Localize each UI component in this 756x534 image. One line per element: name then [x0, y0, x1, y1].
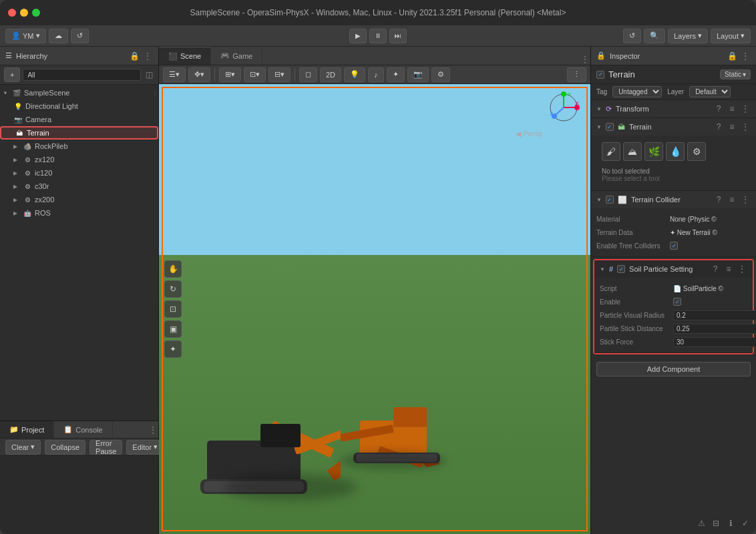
more-options-icon[interactable]: ⋮ [152, 89, 158, 97]
rotate-tool-btn[interactable]: ↻ [164, 280, 182, 298]
warning-icon[interactable]: ⚠ [696, 518, 707, 529]
component-terrain-header[interactable]: ▼ 🏔 Terrain ? ≡ ⋮ [591, 118, 756, 136]
pause-button[interactable]: ⏸ [369, 29, 387, 43]
particle-radius-input[interactable] [673, 310, 756, 320]
component-terrain-collider-header[interactable]: ▼ ⬜ Terrain Collider ? ≡ ⋮ [591, 191, 756, 208]
layers-dropdown[interactable]: Layers ▾ [668, 29, 708, 43]
filter-icon[interactable]: ⊟ [711, 518, 721, 529]
close-button[interactable] [8, 9, 16, 17]
more-icon[interactable]: ⋮ [740, 194, 751, 205]
add-hierarchy-button[interactable]: + [4, 67, 20, 82]
help-icon[interactable]: ? [710, 264, 721, 274]
help-icon[interactable]: ? [713, 194, 724, 205]
more-icon[interactable]: ⋮ [740, 103, 751, 114]
more-icon[interactable]: ⋮ [740, 121, 751, 132]
hierarchy-item-ros[interactable]: ▶ 🤖 ROS [0, 206, 158, 220]
settings-icon[interactable]: ≡ [727, 121, 737, 132]
scene-tool-rect[interactable]: ◻ [299, 67, 317, 82]
scene-tool-grid[interactable]: ⊞▾ [219, 67, 241, 82]
enable-checkbox[interactable] [673, 298, 681, 306]
layer-dropdown[interactable]: Default [689, 86, 731, 97]
tab-scene[interactable]: ⬛ Scene [159, 47, 211, 65]
hierarchy-item-samplescene[interactable]: ▼ 🎬 SampleScene ⋮ [0, 86, 158, 99]
inspector-lock-icon[interactable]: 🔒 [727, 51, 737, 61]
terrain-tool-paint[interactable]: 🖌 [602, 142, 620, 161]
info-icon[interactable]: ℹ [725, 518, 736, 529]
scene-camera-toggle[interactable]: 📷 [407, 67, 429, 82]
scene-2d-toggle[interactable]: 2D [320, 67, 341, 82]
maximize-button[interactable] [32, 9, 40, 17]
scene-tool-move[interactable]: ✥▾ [188, 67, 210, 82]
search-button[interactable]: 🔍 [644, 29, 665, 43]
help-icon[interactable]: ? [713, 121, 724, 132]
history-button[interactable]: ↺ [623, 29, 641, 43]
scene-view[interactable]: X Y Z ◀ Persp ✋ ↻ [159, 84, 590, 534]
settings-icon[interactable]: ≡ [723, 264, 734, 274]
help-icon[interactable]: ? [713, 103, 724, 114]
object-enabled-checkbox[interactable] [596, 71, 604, 79]
minimize-button[interactable] [20, 9, 28, 17]
scene-light-toggle[interactable]: 💡 [344, 67, 365, 82]
stick-force-input[interactable] [673, 337, 756, 347]
play-button[interactable]: ▶ [349, 29, 367, 43]
static-badge[interactable]: Static ▾ [720, 69, 751, 79]
clear-button[interactable]: Clear ▾ [5, 440, 41, 455]
scene-settings[interactable]: ⋮ [567, 67, 586, 82]
more-icon[interactable]: ⋮ [142, 51, 153, 61]
account-button[interactable]: 👤 YM ▾ [5, 29, 46, 43]
collapse-button[interactable]: Collapse [45, 440, 85, 455]
terrain-tool-tree[interactable]: 🌿 [644, 142, 663, 161]
soil-enabled-indicator[interactable] [617, 265, 625, 273]
check-icon[interactable]: ✓ [740, 518, 751, 529]
hierarchy-item-zx120[interactable]: ▶ ⚙ zx120 [0, 153, 158, 166]
prop-script: Script 📄 SoilParticle © [600, 282, 747, 295]
hierarchy-item-directional-light[interactable]: 💡 Directional Light [0, 99, 158, 113]
scene-panel-more[interactable]: ⋮ [580, 54, 590, 65]
hand-tool-btn[interactable]: ✋ [164, 260, 182, 278]
tab-project[interactable]: 📁 Project [0, 421, 54, 438]
component-soil-header[interactable]: ▼ # Soil Particle Setting ? ≡ ⋮ [594, 260, 753, 278]
tab-game[interactable]: 🎮 Game [211, 47, 262, 65]
step-button[interactable]: ⏭ [389, 29, 407, 43]
scale-tool-btn[interactable]: ⊡ [164, 300, 182, 318]
more-icon[interactable]: ⋮ [737, 264, 747, 274]
terrain-tool-detail[interactable]: 💧 [666, 142, 685, 161]
tab-console[interactable]: 📋 Console [54, 421, 112, 438]
scene-tool-hand[interactable]: ☰▾ [163, 67, 186, 82]
lock-icon[interactable]: 🔒 [129, 51, 140, 61]
hierarchy-item-c30r[interactable]: ▶ ⚙ c30r [0, 180, 158, 193]
stick-distance-input[interactable] [673, 324, 756, 334]
inspector-more-icon[interactable]: ⋮ [740, 51, 751, 61]
scene-tool-align[interactable]: ⊟▾ [268, 67, 291, 82]
hierarchy-item-camera[interactable]: 📷 Camera [0, 113, 158, 126]
scene-audio-toggle[interactable]: ♪ [368, 67, 384, 82]
terrain-tool-sculpt[interactable]: ⛰ [623, 142, 642, 161]
cloud-button[interactable]: ☁ [49, 29, 68, 43]
snap-tool-btn[interactable]: ✦ [164, 340, 182, 358]
layout-dropdown[interactable]: Layout ▾ [711, 29, 751, 43]
settings-icon[interactable]: ≡ [727, 103, 737, 114]
filter-icon[interactable]: ◫ [144, 69, 154, 80]
tree-colliders-checkbox[interactable] [670, 242, 678, 250]
hierarchy-item-terrain[interactable]: 🏔 Terrain [0, 126, 158, 140]
settings-icon[interactable]: ≡ [727, 194, 737, 205]
terrain-enabled-checkbox[interactable] [606, 123, 614, 131]
terrain-tool-settings[interactable]: ⚙ [687, 142, 706, 161]
rect-tool-btn[interactable]: ▣ [164, 320, 182, 338]
hierarchy-item-zx200[interactable]: ▶ ⚙ zx200 [0, 193, 158, 206]
component-transform-header[interactable]: ▼ ⟳ Transform ? ≡ ⋮ [591, 100, 756, 117]
hierarchy-item-rockpileb[interactable]: ▶ 🪨 RockPileb [0, 140, 158, 153]
hierarchy-search[interactable] [23, 69, 141, 81]
collider-enabled-checkbox[interactable] [606, 196, 614, 204]
scene-fx-toggle[interactable]: ✦ [387, 67, 405, 82]
scene-icon: 🎬 [12, 89, 21, 97]
settings-icon-button[interactable]: ↺ [71, 29, 89, 43]
bottom-panel-more[interactable]: ⋮ [148, 425, 158, 435]
tag-dropdown[interactable]: Untagged [612, 86, 662, 97]
add-component-button[interactable]: Add Component [596, 362, 751, 376]
scene-tool-snap[interactable]: ⊡▾ [244, 67, 266, 82]
scene-gizmos-toggle[interactable]: ⚙ [431, 67, 450, 82]
error-pause-button[interactable]: Error Pause [89, 440, 122, 455]
editor-dropdown[interactable]: Editor ▾ [126, 440, 164, 455]
hierarchy-item-ic120[interactable]: ▶ ⚙ ic120 [0, 166, 158, 180]
